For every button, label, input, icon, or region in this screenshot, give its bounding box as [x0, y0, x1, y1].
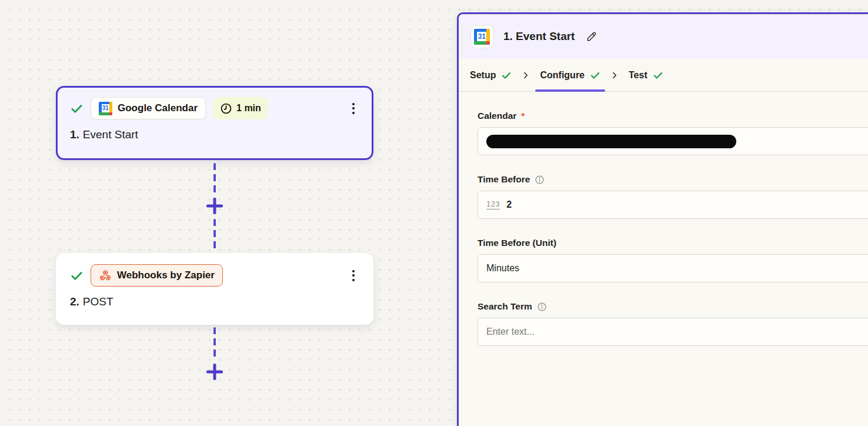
- tab-complete-check-icon: [653, 70, 663, 81]
- search-term-input-shell[interactable]: [478, 318, 868, 346]
- chevron-right-icon: [610, 71, 619, 79]
- info-icon[interactable]: [537, 302, 547, 312]
- polling-interval-badge[interactable]: 1 min: [213, 97, 268, 119]
- info-icon[interactable]: [535, 175, 545, 185]
- step-card-2-post[interactable]: Webhooks by Zapier 2.POST: [56, 253, 373, 325]
- tab-setup[interactable]: Setup: [465, 59, 516, 91]
- add-step-button[interactable]: [206, 363, 223, 381]
- connector-line: [213, 327, 216, 360]
- tab-complete-check-icon: [501, 70, 512, 81]
- field-search-term: Search Term: [478, 301, 868, 346]
- step-complete-check-icon: [70, 102, 84, 115]
- chevron-right-icon: [522, 71, 530, 79]
- google-calendar-icon: 31: [474, 29, 490, 45]
- google-calendar-icon: 31: [99, 102, 112, 115]
- calendar-select-input[interactable]: [478, 127, 868, 155]
- time-before-unit-input-shell[interactable]: [478, 254, 868, 282]
- search-term-input[interactable]: [486, 327, 868, 337]
- app-pill-label: Google Calendar: [118, 102, 198, 114]
- time-before-unit-input[interactable]: [486, 263, 868, 274]
- step-title: 2.POST: [70, 295, 360, 308]
- field-time-before-unit: Time Before (Unit): [478, 238, 868, 282]
- field-time-before: Time Before 123: [478, 174, 868, 219]
- edit-title-pencil-icon[interactable]: [586, 31, 597, 42]
- connector-line: [213, 219, 216, 251]
- step-detail-panel: 31 1. Event Start Setup Configure Test: [457, 12, 868, 426]
- step-menu-button[interactable]: [346, 265, 360, 286]
- calendar-value-redacted: [486, 135, 736, 148]
- step-card-1-event-start[interactable]: 31 Google Calendar 1 min 1.Event Start: [56, 86, 373, 160]
- step-tabs: Setup Configure Test: [459, 59, 868, 92]
- clock-icon: [220, 102, 232, 115]
- panel-header: 31 1. Event Start: [459, 14, 868, 59]
- field-label: Search Term: [478, 301, 868, 312]
- step-menu-button[interactable]: [346, 98, 360, 119]
- panel-step-title: 1. Event Start: [503, 30, 575, 43]
- connector-line: [213, 163, 216, 195]
- field-label: Time Before: [478, 174, 868, 185]
- field-calendar: Calendar *: [478, 111, 868, 155]
- field-label: Calendar *: [478, 111, 868, 121]
- configure-form: Calendar * Time Before 123 Time Before (…: [459, 92, 868, 346]
- time-before-input-shell[interactable]: 123: [478, 191, 868, 219]
- webhook-icon: [99, 269, 112, 282]
- tab-complete-check-icon: [590, 70, 600, 81]
- step-complete-check-icon: [70, 269, 84, 282]
- number-type-prefix: 123: [486, 200, 500, 209]
- app-icon-box: 31: [470, 25, 493, 48]
- required-asterisk: *: [521, 111, 525, 121]
- time-before-input[interactable]: [506, 199, 868, 210]
- tab-configure[interactable]: Configure: [535, 59, 605, 91]
- step-title: 1.Event Start: [70, 128, 360, 141]
- app-pill-google-calendar[interactable]: 31 Google Calendar: [91, 97, 206, 119]
- app-pill-webhooks-by-zapier[interactable]: Webhooks by Zapier: [91, 264, 223, 287]
- app-pill-label: Webhooks by Zapier: [117, 269, 215, 281]
- timer-badge-label: 1 min: [236, 103, 261, 114]
- add-step-button[interactable]: [206, 197, 223, 215]
- field-label: Time Before (Unit): [478, 238, 868, 248]
- tab-test[interactable]: Test: [624, 59, 668, 91]
